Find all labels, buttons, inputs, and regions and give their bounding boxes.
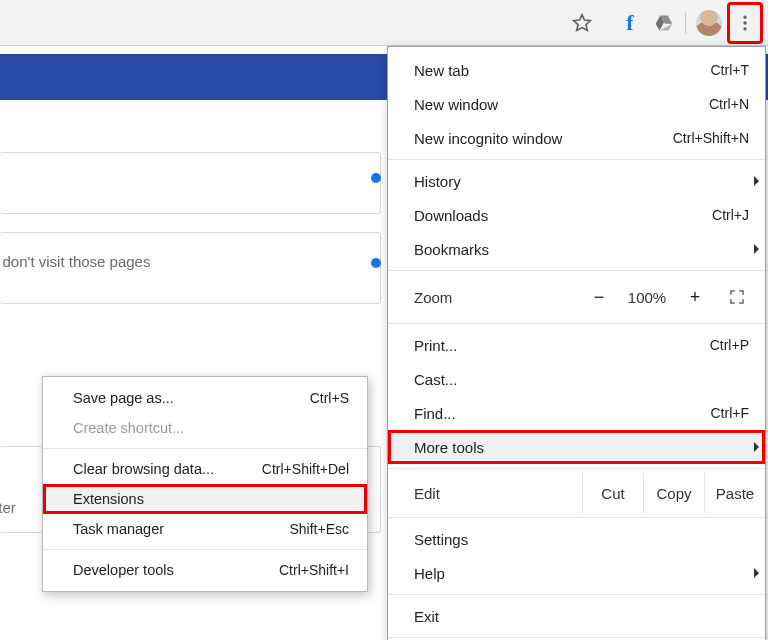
menu-item-label: New window: [414, 96, 709, 113]
submenu-item-label: Save page as...: [73, 390, 310, 406]
menu-separator: [388, 594, 765, 595]
svg-point-5: [743, 21, 746, 24]
chrome-main-menu: New tab Ctrl+T New window Ctrl+N New inc…: [387, 46, 766, 640]
menu-settings[interactable]: Settings: [388, 522, 765, 556]
menu-cast[interactable]: Cast...: [388, 362, 765, 396]
menu-item-label: Help: [414, 565, 749, 582]
svg-point-6: [743, 27, 746, 30]
submenu-item-label: Extensions: [73, 491, 349, 507]
more-tools-submenu: Save page as... Ctrl+S Create shortcut..…: [42, 376, 368, 592]
zoom-value: 100%: [619, 289, 675, 306]
zoom-in-button[interactable]: +: [675, 283, 715, 312]
chevron-right-icon: [754, 176, 759, 186]
separator: [685, 12, 686, 34]
google-drive-icon[interactable]: [652, 11, 676, 35]
submenu-item-shortcut: Shift+Esc: [289, 521, 349, 537]
svg-point-4: [743, 15, 746, 18]
facebook-icon[interactable]: f: [618, 11, 642, 35]
submenu-extensions[interactable]: Extensions: [43, 484, 367, 514]
menu-find[interactable]: Find... Ctrl+F: [388, 396, 765, 430]
fullscreen-button[interactable]: [721, 285, 753, 309]
submenu-item-label: Clear browsing data...: [73, 461, 262, 477]
menu-item-label: New tab: [414, 62, 711, 79]
submenu-save-page[interactable]: Save page as... Ctrl+S: [43, 383, 367, 413]
chrome-menu-button[interactable]: [728, 3, 762, 43]
chevron-right-icon: [754, 442, 759, 452]
menu-separator: [43, 448, 367, 449]
menu-item-shortcut: Ctrl+N: [709, 96, 749, 112]
menu-item-shortcut: Ctrl+P: [710, 337, 749, 353]
submenu-task-manager[interactable]: Task manager Shift+Esc: [43, 514, 367, 544]
page-indicator-dot: [371, 258, 381, 268]
menu-exit[interactable]: Exit: [388, 599, 765, 633]
menu-separator: [388, 270, 765, 271]
menu-item-label: Bookmarks: [414, 241, 749, 258]
menu-item-shortcut: Ctrl+F: [711, 405, 750, 421]
bookmark-star-icon[interactable]: [570, 11, 594, 35]
menu-item-label: History: [414, 173, 749, 190]
profile-avatar[interactable]: [696, 10, 722, 36]
menu-history[interactable]: History: [388, 164, 765, 198]
page-card-1: d: [0, 152, 381, 214]
menu-more-tools[interactable]: More tools: [388, 430, 765, 464]
menu-item-label: Settings: [414, 531, 749, 548]
menu-item-label: More tools: [414, 439, 749, 456]
submenu-item-shortcut: Ctrl+Shift+I: [279, 562, 349, 578]
menu-print[interactable]: Print... Ctrl+P: [388, 328, 765, 362]
page-text-enter: nter: [0, 499, 16, 516]
menu-item-shortcut: Ctrl+J: [712, 207, 749, 223]
submenu-item-label: Developer tools: [73, 562, 279, 578]
edit-label: Edit: [414, 485, 582, 502]
menu-edit-row: Edit Cut Copy Paste: [388, 473, 765, 513]
menu-separator: [388, 637, 765, 638]
page-card-2: u don't visit those pages: [0, 232, 381, 304]
menu-separator: [388, 323, 765, 324]
zoom-out-button[interactable]: −: [579, 283, 619, 312]
submenu-item-label: Task manager: [73, 521, 289, 537]
menu-bookmarks[interactable]: Bookmarks: [388, 232, 765, 266]
submenu-item-shortcut: Ctrl+Shift+Del: [262, 461, 349, 477]
menu-separator: [388, 517, 765, 518]
page-indicator-dot: [371, 173, 381, 183]
zoom-label: Zoom: [414, 289, 579, 306]
submenu-item-shortcut: Ctrl+S: [310, 390, 349, 406]
browser-toolbar: f: [0, 0, 768, 46]
chevron-right-icon: [754, 568, 759, 578]
edit-cut-button[interactable]: Cut: [582, 473, 643, 513]
menu-item-shortcut: Ctrl+Shift+N: [673, 130, 749, 146]
edit-paste-button[interactable]: Paste: [704, 473, 765, 513]
menu-item-label: Exit: [414, 608, 749, 625]
menu-item-label: Downloads: [414, 207, 712, 224]
menu-help[interactable]: Help: [388, 556, 765, 590]
page-text-line: u don't visit those pages: [0, 253, 150, 270]
menu-separator: [43, 549, 367, 550]
menu-new-incognito[interactable]: New incognito window Ctrl+Shift+N: [388, 121, 765, 155]
submenu-developer-tools[interactable]: Developer tools Ctrl+Shift+I: [43, 555, 367, 585]
menu-separator: [388, 468, 765, 469]
menu-separator: [388, 159, 765, 160]
menu-item-label: Cast...: [414, 371, 749, 388]
menu-downloads[interactable]: Downloads Ctrl+J: [388, 198, 765, 232]
menu-item-label: Print...: [414, 337, 710, 354]
submenu-clear-browsing-data[interactable]: Clear browsing data... Ctrl+Shift+Del: [43, 454, 367, 484]
submenu-create-shortcut: Create shortcut...: [43, 413, 367, 443]
menu-new-tab[interactable]: New tab Ctrl+T: [388, 53, 765, 87]
edit-copy-button[interactable]: Copy: [643, 473, 704, 513]
svg-marker-0: [574, 14, 591, 30]
menu-new-window[interactable]: New window Ctrl+N: [388, 87, 765, 121]
submenu-item-label: Create shortcut...: [73, 420, 349, 436]
menu-item-label: Find...: [414, 405, 711, 422]
chevron-right-icon: [754, 244, 759, 254]
menu-item-shortcut: Ctrl+T: [711, 62, 750, 78]
menu-zoom-row: Zoom − 100% +: [388, 275, 765, 319]
menu-item-label: New incognito window: [414, 130, 673, 147]
